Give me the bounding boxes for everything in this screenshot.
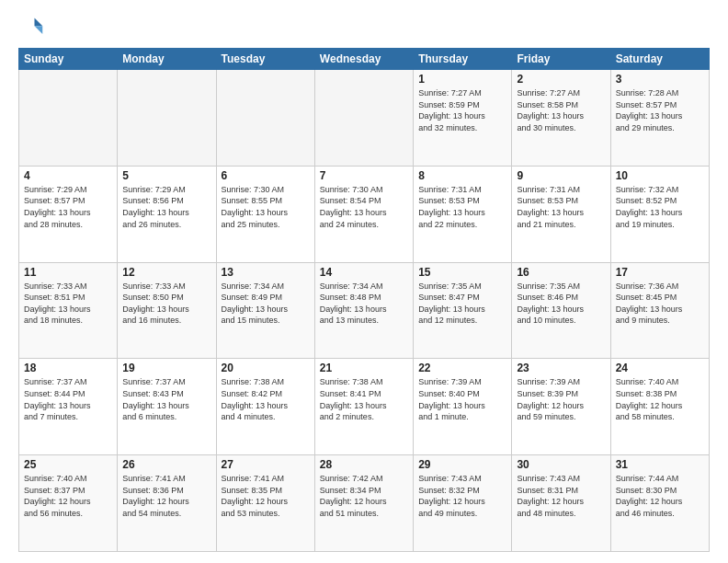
calendar-cell: 12Sunrise: 7:33 AM Sunset: 8:50 PM Dayli… — [118, 262, 216, 359]
calendar-cell: 17Sunrise: 7:36 AM Sunset: 8:45 PM Dayli… — [610, 262, 709, 359]
day-number: 22 — [418, 362, 506, 374]
day-number: 23 — [517, 362, 605, 374]
day-number: 24 — [616, 362, 704, 374]
calendar-week-row: 25Sunrise: 7:40 AM Sunset: 8:37 PM Dayli… — [19, 455, 710, 552]
day-number: 30 — [517, 458, 605, 471]
day-number: 3 — [616, 73, 704, 86]
calendar-week-row: 11Sunrise: 7:33 AM Sunset: 8:51 PM Dayli… — [19, 262, 710, 359]
calendar-week-row: 1Sunrise: 7:27 AM Sunset: 8:59 PM Daylig… — [19, 70, 710, 167]
calendar-cell: 23Sunrise: 7:39 AM Sunset: 8:39 PM Dayli… — [512, 359, 610, 455]
weekday-header: Sunday — [19, 49, 118, 70]
day-info: Sunrise: 7:40 AM Sunset: 8:37 PM Dayligh… — [24, 473, 112, 519]
day-number: 13 — [222, 266, 310, 279]
calendar-cell — [118, 70, 216, 167]
day-info: Sunrise: 7:33 AM Sunset: 8:51 PM Dayligh… — [24, 281, 112, 327]
day-info: Sunrise: 7:42 AM Sunset: 8:34 PM Dayligh… — [320, 473, 408, 519]
day-number: 5 — [122, 169, 210, 182]
day-number: 17 — [616, 266, 704, 279]
day-info: Sunrise: 7:35 AM Sunset: 8:47 PM Dayligh… — [418, 281, 506, 327]
day-info: Sunrise: 7:34 AM Sunset: 8:49 PM Dayligh… — [222, 281, 310, 327]
day-info: Sunrise: 7:27 AM Sunset: 8:59 PM Dayligh… — [418, 87, 506, 133]
calendar-header-row: SundayMondayTuesdayWednesdayThursdayFrid… — [19, 49, 710, 70]
day-info: Sunrise: 7:37 AM Sunset: 8:44 PM Dayligh… — [24, 376, 112, 422]
calendar-cell: 22Sunrise: 7:39 AM Sunset: 8:40 PM Dayli… — [414, 359, 512, 455]
calendar-cell: 10Sunrise: 7:32 AM Sunset: 8:52 PM Dayli… — [610, 166, 709, 262]
day-info: Sunrise: 7:43 AM Sunset: 8:31 PM Dayligh… — [517, 473, 605, 519]
day-info: Sunrise: 7:34 AM Sunset: 8:48 PM Dayligh… — [320, 281, 408, 327]
calendar-cell: 9Sunrise: 7:31 AM Sunset: 8:53 PM Daylig… — [512, 166, 610, 262]
calendar-cell: 26Sunrise: 7:41 AM Sunset: 8:36 PM Dayli… — [118, 455, 216, 552]
svg-marker-1 — [35, 26, 43, 34]
day-info: Sunrise: 7:41 AM Sunset: 8:36 PM Dayligh… — [122, 473, 210, 519]
calendar-week-row: 4Sunrise: 7:29 AM Sunset: 8:57 PM Daylig… — [19, 166, 710, 262]
day-number: 9 — [517, 169, 605, 182]
day-number: 25 — [24, 458, 112, 471]
calendar-cell — [314, 70, 413, 167]
day-number: 20 — [222, 362, 310, 374]
weekday-header: Friday — [512, 49, 610, 70]
page: SundayMondayTuesdayWednesdayThursdayFrid… — [0, 0, 728, 563]
day-number: 10 — [616, 169, 704, 182]
calendar-cell: 13Sunrise: 7:34 AM Sunset: 8:49 PM Dayli… — [216, 262, 314, 359]
calendar-cell: 31Sunrise: 7:44 AM Sunset: 8:30 PM Dayli… — [610, 455, 709, 552]
day-number: 8 — [418, 169, 506, 182]
day-info: Sunrise: 7:31 AM Sunset: 8:53 PM Dayligh… — [517, 184, 605, 230]
calendar-cell: 3Sunrise: 7:28 AM Sunset: 8:57 PM Daylig… — [610, 70, 709, 167]
calendar-cell — [19, 70, 118, 167]
day-number: 29 — [418, 458, 506, 471]
calendar-cell: 16Sunrise: 7:35 AM Sunset: 8:46 PM Dayli… — [512, 262, 610, 359]
day-info: Sunrise: 7:41 AM Sunset: 8:35 PM Dayligh… — [222, 473, 310, 519]
calendar-cell: 6Sunrise: 7:30 AM Sunset: 8:55 PM Daylig… — [216, 166, 314, 262]
calendar-cell: 2Sunrise: 7:27 AM Sunset: 8:58 PM Daylig… — [512, 70, 610, 167]
day-info: Sunrise: 7:37 AM Sunset: 8:43 PM Dayligh… — [122, 376, 210, 422]
day-info: Sunrise: 7:27 AM Sunset: 8:58 PM Dayligh… — [517, 87, 605, 133]
calendar-cell: 7Sunrise: 7:30 AM Sunset: 8:54 PM Daylig… — [314, 166, 413, 262]
day-info: Sunrise: 7:31 AM Sunset: 8:53 PM Dayligh… — [418, 184, 506, 230]
day-number: 31 — [616, 458, 704, 471]
calendar-cell: 28Sunrise: 7:42 AM Sunset: 8:34 PM Dayli… — [314, 455, 413, 552]
weekday-header: Thursday — [414, 49, 512, 70]
calendar-cell: 24Sunrise: 7:40 AM Sunset: 8:38 PM Dayli… — [610, 359, 709, 455]
weekday-header: Saturday — [610, 49, 709, 70]
calendar-cell: 21Sunrise: 7:38 AM Sunset: 8:41 PM Dayli… — [314, 359, 413, 455]
calendar-cell: 11Sunrise: 7:33 AM Sunset: 8:51 PM Dayli… — [19, 262, 118, 359]
day-info: Sunrise: 7:44 AM Sunset: 8:30 PM Dayligh… — [616, 473, 704, 519]
header — [18, 15, 710, 40]
weekday-header: Tuesday — [216, 49, 314, 70]
day-info: Sunrise: 7:39 AM Sunset: 8:40 PM Dayligh… — [418, 376, 506, 422]
day-info: Sunrise: 7:38 AM Sunset: 8:41 PM Dayligh… — [320, 376, 408, 422]
day-info: Sunrise: 7:36 AM Sunset: 8:45 PM Dayligh… — [616, 281, 704, 327]
calendar-cell: 1Sunrise: 7:27 AM Sunset: 8:59 PM Daylig… — [414, 70, 512, 167]
calendar-cell — [216, 70, 314, 167]
day-number: 15 — [418, 266, 506, 279]
day-info: Sunrise: 7:35 AM Sunset: 8:46 PM Dayligh… — [517, 281, 605, 327]
day-info: Sunrise: 7:30 AM Sunset: 8:55 PM Dayligh… — [222, 184, 310, 230]
logo — [18, 15, 48, 40]
day-info: Sunrise: 7:28 AM Sunset: 8:57 PM Dayligh… — [616, 87, 704, 133]
day-number: 7 — [320, 169, 408, 182]
day-info: Sunrise: 7:29 AM Sunset: 8:56 PM Dayligh… — [122, 184, 210, 230]
calendar-cell: 5Sunrise: 7:29 AM Sunset: 8:56 PM Daylig… — [118, 166, 216, 262]
calendar-table: SundayMondayTuesdayWednesdayThursdayFrid… — [18, 48, 710, 552]
day-number: 21 — [320, 362, 408, 374]
day-number: 26 — [122, 458, 210, 471]
day-number: 2 — [517, 73, 605, 86]
calendar-cell: 4Sunrise: 7:29 AM Sunset: 8:57 PM Daylig… — [19, 166, 118, 262]
day-number: 19 — [122, 362, 210, 374]
day-info: Sunrise: 7:39 AM Sunset: 8:39 PM Dayligh… — [517, 376, 605, 422]
svg-marker-0 — [35, 18, 43, 27]
calendar-cell: 25Sunrise: 7:40 AM Sunset: 8:37 PM Dayli… — [19, 455, 118, 552]
calendar-cell: 19Sunrise: 7:37 AM Sunset: 8:43 PM Dayli… — [118, 359, 216, 455]
day-number: 11 — [24, 266, 112, 279]
calendar-cell: 27Sunrise: 7:41 AM Sunset: 8:35 PM Dayli… — [216, 455, 314, 552]
weekday-header: Wednesday — [314, 49, 413, 70]
day-info: Sunrise: 7:38 AM Sunset: 8:42 PM Dayligh… — [222, 376, 310, 422]
calendar-cell: 14Sunrise: 7:34 AM Sunset: 8:48 PM Dayli… — [314, 262, 413, 359]
day-number: 14 — [320, 266, 408, 279]
calendar-cell: 30Sunrise: 7:43 AM Sunset: 8:31 PM Dayli… — [512, 455, 610, 552]
weekday-header: Monday — [118, 49, 216, 70]
day-number: 27 — [222, 458, 310, 471]
calendar-week-row: 18Sunrise: 7:37 AM Sunset: 8:44 PM Dayli… — [19, 359, 710, 455]
day-number: 4 — [24, 169, 112, 182]
day-number: 12 — [122, 266, 210, 279]
